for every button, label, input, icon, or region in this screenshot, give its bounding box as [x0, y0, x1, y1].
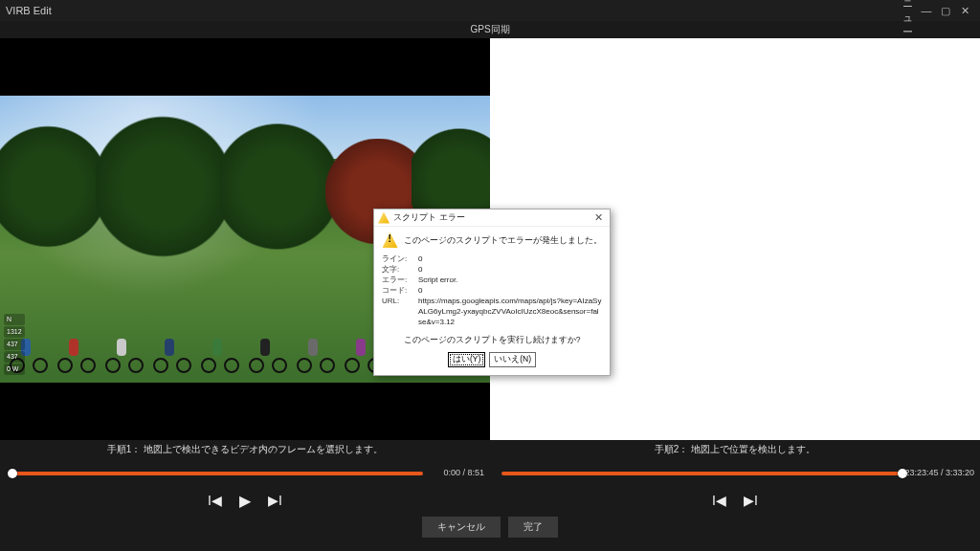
- minimize-button[interactable]: —: [917, 5, 936, 16]
- overlay-num1: 1312: [4, 326, 25, 338]
- gps-time: 23:23:45 / 3:33:20: [904, 468, 974, 477]
- titlebar: VIRB Edit メニュー — ▢ ✕: [0, 0, 980, 21]
- script-error-dialog: スクリプト エラー ✕ このページのスクリプトでエラーが発生しました。 ライン:…: [373, 209, 611, 376]
- video-prev-button[interactable]: I◀: [208, 493, 222, 508]
- timelines: 0:00 / 8:51 23:23:45 / 3:33:20: [0, 459, 980, 488]
- overlay-n: N: [4, 314, 25, 325]
- dialog-titlebar[interactable]: スクリプト エラー ✕: [374, 209, 610, 227]
- maximize-button[interactable]: ▢: [936, 5, 955, 17]
- app-title: VIRB Edit: [6, 5, 52, 16]
- dialog-message: このページのスクリプトでエラーが発生しました。: [404, 234, 602, 247]
- overlay-num2: 437: [4, 339, 25, 350]
- overlay-num3: 437: [4, 351, 25, 363]
- warning-icon: [383, 232, 398, 248]
- field-code-label: コード:: [382, 285, 418, 296]
- video-timeline[interactable]: 0:00 / 8:51: [0, 459, 490, 488]
- dialog-yes-button[interactable]: はい(Y): [448, 352, 485, 367]
- dialog-fields: ライン:0 文字:0 エラー:Script error. コード:0 URL:h…: [382, 253, 602, 327]
- cancel-button[interactable]: キャンセル: [422, 517, 501, 538]
- field-char-label: 文字:: [382, 264, 418, 275]
- gps-prev-button[interactable]: I◀: [712, 493, 726, 508]
- menu-button[interactable]: メニュー: [898, 0, 917, 39]
- warning-icon: [378, 212, 390, 224]
- field-line-val: 0: [418, 253, 602, 264]
- field-url-val: https://maps.googleapis.com/maps/api/js?…: [418, 296, 602, 327]
- step1-label: 手順1： 地図上で検出できるビデオ内のフレームを選択します。: [0, 440, 490, 459]
- field-error-label: エラー:: [382, 275, 418, 285]
- footer-buttons: キャンセル 完了: [0, 513, 980, 541]
- dialog-title: スクリプト エラー: [393, 211, 591, 224]
- field-char-val: 0: [418, 264, 602, 275]
- overlay-w: W: [12, 365, 19, 372]
- transport-controls: I◀ ▶ ▶I I◀ ▶I: [0, 488, 980, 513]
- step2-label: 手順2： 地図上で位置を検出します。: [490, 440, 980, 459]
- overlay-left: N 1312 437 437 0 W: [4, 313, 25, 375]
- field-code-val: 0: [418, 285, 602, 296]
- step-labels: 手順1： 地図上で検出できるビデオ内のフレームを選択します。 手順2： 地図上で…: [0, 440, 980, 459]
- overlay-zero-l: 0: [7, 365, 11, 372]
- field-line-label: ライン:: [382, 253, 418, 264]
- video-play-button[interactable]: ▶: [239, 492, 251, 510]
- video-next-button[interactable]: ▶I: [268, 493, 282, 508]
- gps-timeline[interactable]: 23:23:45 / 3:33:20: [490, 459, 980, 488]
- gps-next-button[interactable]: ▶I: [744, 493, 758, 508]
- field-error-val: Script error.: [418, 275, 602, 285]
- video-playhead[interactable]: [8, 469, 17, 478]
- dialog-confirm-text: このページのスクリプトを実行し続けますか?: [382, 335, 602, 346]
- close-button[interactable]: ✕: [955, 5, 974, 17]
- field-url-label: URL:: [382, 296, 418, 327]
- done-button[interactable]: 完了: [508, 517, 558, 538]
- gps-track[interactable]: [501, 472, 903, 475]
- page-subtitle: GPS同期: [0, 21, 980, 38]
- video-track[interactable]: [11, 472, 423, 475]
- dialog-close-button[interactable]: ✕: [591, 211, 606, 224]
- dialog-no-button[interactable]: いいえ(N): [489, 352, 536, 367]
- video-time: 0:00 / 8:51: [443, 468, 484, 477]
